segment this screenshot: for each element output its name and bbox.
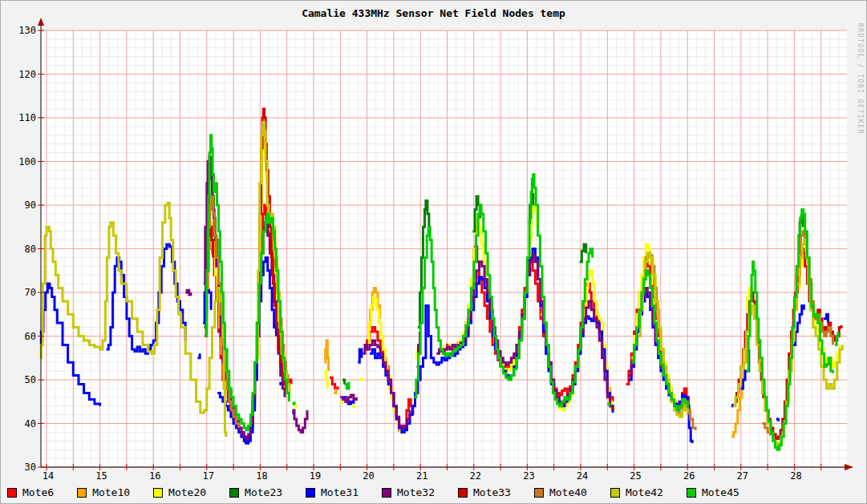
y-tick-label: 100 [18,156,36,167]
legend-label: Mote20 [168,486,206,498]
y-tick-label: 70 [25,287,36,298]
series-line-Mote31 [279,382,280,385]
y-tick-label: 60 [25,331,36,342]
legend-label: Mote10 [92,486,130,498]
legend-item-mote40: Mote40 [534,486,587,498]
legend-item-mote45: Mote45 [687,486,739,498]
legend-label: Mote6 [22,486,54,498]
x-tick-label: 28 [790,470,801,482]
x-tick-label: 16 [149,470,160,482]
x-tick-label: 24 [577,470,588,482]
legend-swatch-mote45 [687,488,696,498]
legend-swatch-mote23 [229,488,239,498]
x-tick-label: 27 [737,470,748,482]
legend-swatch-mote32 [382,488,391,498]
x-tick-label: 18 [256,470,267,482]
x-tick-label: 25 [630,470,641,482]
legend-item-mote31: Mote31 [306,486,359,498]
legend-swatch-mote40 [534,488,544,498]
legend-swatch-mote31 [306,488,315,498]
x-tick-label: 14 [43,470,54,482]
x-tick-label: 21 [416,470,427,482]
legend-item-mote33: Mote33 [458,486,511,498]
legend-swatch-mote20 [153,488,163,498]
y-tick-label: 90 [25,200,36,211]
legend-swatch-mote6 [7,488,17,498]
x-tick-label: 17 [203,470,214,482]
x-tick-label: 20 [363,470,374,482]
x-tick-label: 19 [310,470,321,482]
chart-title: Camalie 433MHz Sensor Net Field Nodes te… [1,7,866,19]
legend-item-mote20: Mote20 [153,486,206,498]
y-tick-label: 40 [25,418,36,429]
legend-label: Mote45 [702,486,739,498]
legend-swatch-mote10 [77,488,87,498]
legend-label: Mote42 [626,486,663,498]
y-tick-label: 80 [25,244,36,255]
x-axis-arrow [845,464,853,470]
rrdtool-graph: 1415161718192021222324252627283040506070… [0,0,867,504]
legend-label: Mote33 [473,486,511,498]
x-tick-label: 15 [95,470,107,482]
rrdtool-watermark: RRDTOOL / TOBI OETIKER [857,23,864,135]
legend-label: Mote31 [321,486,359,498]
x-tick-label: 23 [523,470,534,482]
legend-item-mote32: Mote32 [382,486,435,498]
legend-label: Mote40 [549,486,587,498]
legend-label: Mote32 [397,486,435,498]
legend: Mote6Mote10Mote20Mote23Mote31Mote32Mote3… [7,486,763,498]
y-tick-label: 110 [18,112,36,123]
legend-swatch-mote42 [610,488,620,498]
y-tick-label: 30 [25,462,36,473]
y-tick-label: 120 [18,69,36,80]
x-tick-label: 22 [470,470,481,482]
x-tick-label: 26 [683,470,695,482]
y-tick-label: 130 [18,25,36,36]
chart-canvas: 1415161718192021222324252627283040506070… [1,1,867,504]
legend-item-mote23: Mote23 [229,486,282,498]
legend-swatch-mote33 [458,488,468,498]
legend-item-mote6: Mote6 [7,486,54,498]
legend-item-mote42: Mote42 [610,486,663,498]
legend-label: Mote23 [245,486,282,498]
legend-item-mote10: Mote10 [77,486,130,498]
y-tick-label: 50 [25,374,36,385]
